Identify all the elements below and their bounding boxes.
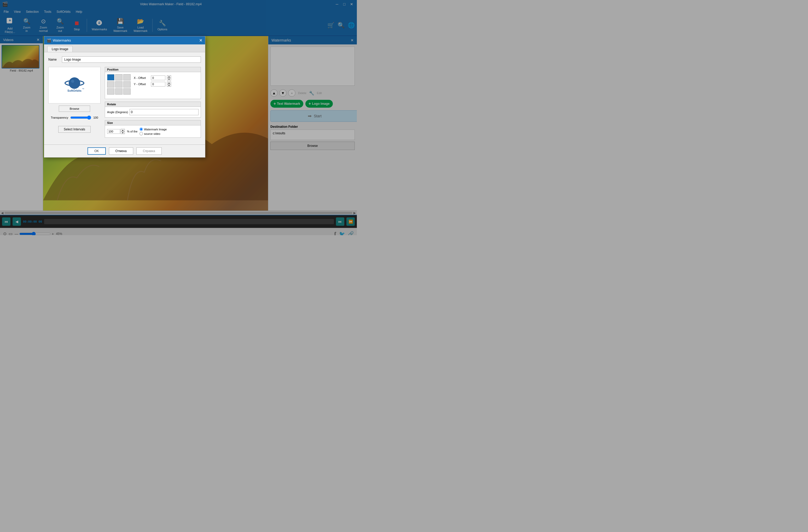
pos-mid-left[interactable] xyxy=(107,81,114,88)
x-offset-input[interactable] xyxy=(151,75,165,80)
cancel-button[interactable]: Отмена xyxy=(109,147,133,155)
size-group: Size ▲ ▼ % of the xyxy=(105,120,201,138)
angle-label: Angle (Degrees) xyxy=(107,111,128,114)
logo-preview-section: SoftOrbits ™ Browse Transparency 100 Sel… xyxy=(48,67,100,140)
transparency-label: Transparency xyxy=(51,116,68,119)
x-offset-label: X - Offset xyxy=(134,76,149,79)
dialog-title-left: 🎬 Watermarks xyxy=(47,38,71,42)
help-button[interactable]: Справка xyxy=(136,147,162,155)
x-offset-up[interactable]: ▲ xyxy=(167,75,171,78)
rotate-row: Angle (Degrees) xyxy=(107,109,199,115)
right-settings: Position xyxy=(105,67,201,140)
pos-top-center[interactable] xyxy=(115,74,123,80)
svg-text:SoftOrbits: SoftOrbits xyxy=(68,89,81,92)
size-up[interactable]: ▲ xyxy=(121,129,125,131)
angle-input[interactable] xyxy=(130,109,199,115)
size-radio-group: Watermark Image source video xyxy=(140,128,167,135)
watermarks-dialog: 🎬 Watermarks ✕ Logo Image Name xyxy=(44,36,205,158)
name-input[interactable] xyxy=(62,56,201,63)
offset-inputs: X - Offset ▲ ▼ Y - Offset xyxy=(134,74,171,87)
y-offset-down[interactable]: ▼ xyxy=(167,84,171,87)
transparency-value: 100 xyxy=(93,116,98,119)
pos-mid-center[interactable] xyxy=(115,81,123,88)
svg-point-4 xyxy=(71,80,74,83)
name-label: Name xyxy=(48,58,59,61)
transparency-row: Transparency 100 xyxy=(51,115,98,120)
size-group-title: Size xyxy=(105,121,201,125)
svg-text:™: ™ xyxy=(82,88,85,90)
radio-watermark-image[interactable]: Watermark Image xyxy=(140,128,167,131)
y-offset-spinner: ▲ ▼ xyxy=(167,81,171,87)
pos-bot-center[interactable] xyxy=(115,88,123,95)
dialog-footer: OK Отмена Справка xyxy=(44,145,205,157)
pos-top-left[interactable] xyxy=(107,74,114,80)
dialog-content-row: SoftOrbits ™ Browse Transparency 100 Sel… xyxy=(48,67,201,140)
dialog-titlebar: 🎬 Watermarks ✕ xyxy=(44,36,205,44)
position-grid xyxy=(107,74,131,95)
size-row: ▲ ▼ % of the Watermark Image xyxy=(107,128,199,135)
rotate-group: Rotate Angle (Degrees) xyxy=(105,102,201,117)
svg-point-2 xyxy=(69,77,80,89)
x-offset-down[interactable]: ▼ xyxy=(167,78,171,80)
size-group-body: ▲ ▼ % of the Watermark Image xyxy=(105,125,201,137)
radio-source-label: source video xyxy=(144,132,160,135)
pos-top-right[interactable] xyxy=(123,74,131,80)
browse-logo-button[interactable]: Browse xyxy=(59,106,90,112)
position-group: Position xyxy=(105,67,201,99)
y-offset-input[interactable] xyxy=(151,82,165,87)
dialog-close-button[interactable]: ✕ xyxy=(199,38,202,43)
name-row: Name xyxy=(48,56,201,63)
y-offset-label: Y - Offset xyxy=(134,82,149,86)
position-content: X - Offset ▲ ▼ Y - Offset xyxy=(107,74,199,97)
radio-source-video[interactable]: source video xyxy=(140,132,167,135)
position-group-title: Position xyxy=(105,67,201,72)
dialog-body: Name xyxy=(44,52,205,145)
radio-watermark-label: Watermark Image xyxy=(144,128,167,131)
dialog-title: Watermarks xyxy=(53,38,71,42)
size-input[interactable] xyxy=(107,129,120,134)
x-offset-spinner: ▲ ▼ xyxy=(167,75,171,80)
select-intervals-button[interactable]: Select Intervals xyxy=(58,126,91,133)
dialog-overlay: 🎬 Watermarks ✕ Logo Image Name xyxy=(0,0,357,235)
rotate-group-body: Angle (Degrees) xyxy=(105,107,201,117)
dialog-tab-logo-image[interactable]: Logo Image xyxy=(47,46,73,52)
pos-bot-right[interactable] xyxy=(123,88,131,95)
pos-mid-right[interactable] xyxy=(123,81,131,88)
position-group-body: X - Offset ▲ ▼ Y - Offset xyxy=(105,72,201,99)
size-spinner: ▲ ▼ xyxy=(121,129,125,134)
x-offset-row: X - Offset ▲ ▼ xyxy=(134,75,171,80)
transparency-slider[interactable] xyxy=(70,115,91,120)
logo-preview: SoftOrbits ™ xyxy=(48,67,100,104)
ok-button[interactable]: OK xyxy=(88,147,106,155)
percent-label: % of the xyxy=(127,130,137,133)
size-down[interactable]: ▼ xyxy=(121,131,125,134)
dialog-app-icon: 🎬 xyxy=(47,38,51,42)
pos-bot-left[interactable] xyxy=(107,88,114,95)
y-offset-row: Y - Offset ▲ ▼ xyxy=(134,81,171,87)
y-offset-up[interactable]: ▲ xyxy=(167,81,171,84)
softorbits-logo-svg: SoftOrbits ™ xyxy=(60,75,89,96)
rotate-group-title: Rotate xyxy=(105,102,201,107)
dialog-tabs: Logo Image xyxy=(44,44,205,52)
size-input-wrap: ▲ ▼ xyxy=(107,129,125,134)
